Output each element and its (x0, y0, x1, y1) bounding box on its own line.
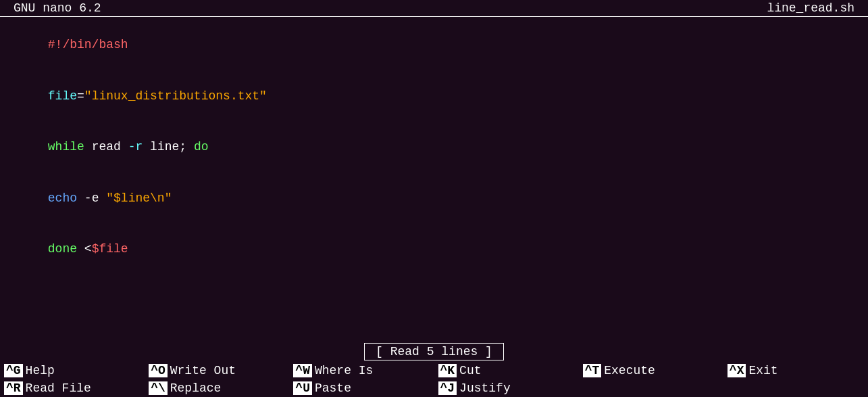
title-bar: GNU nano 6.2 line_read.sh (0, 0, 868, 17)
shortcut-label-execute: Execute (604, 364, 655, 377)
shortcut-replace[interactable]: ^\ Replace (145, 379, 289, 397)
shortcut-key-k: ^K (438, 364, 457, 377)
shortcut-label-paste: Paste (315, 381, 351, 395)
code-line-5: done <$file (4, 224, 864, 275)
shortcut-label-justify: Justify (459, 381, 511, 395)
shortcut-key-backslash: ^\ (149, 381, 168, 395)
shortcut-key-o: ^O (149, 364, 168, 377)
shortcut-cut[interactable]: ^K Cut (434, 362, 579, 379)
shortcut-label-exit: Exit (748, 364, 777, 377)
shortcut-key-g: ^G (4, 364, 23, 377)
shortcut-key-x: ^X (727, 364, 746, 377)
shortcut-key-j: ^J (438, 381, 457, 395)
shortcut-label-write-out: Write Out (170, 364, 236, 377)
shortcut-justify[interactable]: ^J Justify (434, 379, 579, 397)
code-line-1: #!/bin/bash (4, 20, 864, 71)
shortcut-label-read-file: Read File (26, 381, 91, 395)
shortcut-label-cut: Cut (459, 364, 481, 377)
shortcut-label-help: Help (26, 364, 55, 377)
code-line-3: while read -r line; do (4, 122, 864, 173)
app-name: GNU nano 6.2 (14, 1, 101, 15)
shortcut-paste[interactable]: ^U Paste (289, 379, 434, 397)
shortcuts-container: ^G Help ^O Write Out ^W Where Is ^K Cut … (0, 362, 868, 397)
status-bar: [ Read 5 lines ] (0, 342, 868, 362)
shortcut-where-is[interactable]: ^W Where Is (289, 362, 434, 379)
shortcut-help[interactable]: ^G Help (0, 362, 145, 379)
file-name: line_read.sh (767, 1, 854, 15)
shortcut-exit[interactable]: ^X Exit (723, 362, 868, 379)
shortcut-key-r: ^R (4, 381, 23, 395)
shortcut-bar: ^G Help ^O Write Out ^W Where Is ^K Cut … (0, 362, 868, 397)
shortcut-key-u: ^U (293, 381, 312, 395)
code-line-2: file="linux_distributions.txt" (4, 71, 864, 122)
terminal: GNU nano 6.2 line_read.sh #!/bin/bash fi… (0, 0, 868, 397)
shortcut-key-t: ^T (583, 364, 602, 377)
shortcut-key-w: ^W (293, 364, 312, 377)
shortcut-read-file[interactable]: ^R Read File (0, 379, 145, 397)
shortcut-execute[interactable]: ^T Execute (579, 362, 723, 379)
shortcut-label-replace: Replace (170, 381, 222, 395)
code-line-4: echo -e "$line\n" (4, 173, 864, 225)
shortcut-write-out[interactable]: ^O Write Out (145, 362, 289, 379)
status-message: [ Read 5 lines ] (364, 343, 504, 360)
editor-area[interactable]: #!/bin/bash file="linux_distributions.tx… (0, 17, 868, 342)
shortcut-label-where-is: Where Is (315, 364, 373, 377)
